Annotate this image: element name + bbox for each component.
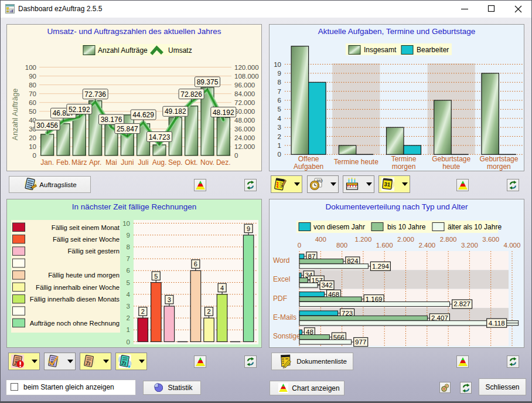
- svg-text:Fällig innerhalb einer Woche: Fällig innerhalb einer Woche: [36, 284, 120, 291]
- svg-text:80: 80: [29, 82, 36, 89]
- svg-text:3: 3: [168, 296, 171, 303]
- svg-text:Termine: Termine: [391, 155, 417, 163]
- svg-text:4: 4: [278, 115, 282, 122]
- svg-text:0: 0: [278, 151, 281, 158]
- svg-text:12.000: 12.000: [234, 143, 255, 150]
- svg-text:Fällig seit einer Woche: Fällig seit einer Woche: [53, 236, 120, 243]
- svg-text:4: 4: [127, 291, 131, 298]
- svg-text:9: 9: [127, 232, 130, 239]
- svg-text:Dez.: Dez.: [216, 158, 231, 167]
- svg-text:Fällig heute und morgen: Fällig heute und morgen: [48, 272, 120, 279]
- svg-text:5: 5: [154, 273, 158, 280]
- svg-text:10: 10: [274, 61, 281, 68]
- svg-text:Anzahl Aufträge: Anzahl Aufträge: [98, 46, 148, 55]
- svg-text:Umsatz: Umsatz: [168, 46, 192, 55]
- svg-text:90: 90: [29, 73, 36, 80]
- svg-text:9: 9: [247, 225, 250, 232]
- svg-text:50: 50: [29, 108, 36, 115]
- svg-text:100: 100: [25, 64, 36, 71]
- svg-text:14.723: 14.723: [149, 133, 170, 141]
- svg-text:Anzahl Aufträge: Anzahl Aufträge: [11, 89, 19, 140]
- svg-text:Okt.: Okt.: [185, 158, 198, 167]
- svg-text:PDF: PDF: [273, 294, 287, 303]
- svg-text:977: 977: [355, 338, 366, 346]
- svg-text:Geburtstage: Geburtstage: [432, 155, 470, 163]
- svg-text:Jan.: Jan.: [40, 158, 54, 167]
- svg-text:89.375: 89.375: [197, 78, 219, 86]
- svg-text:Fällig seit gestern: Fällig seit gestern: [67, 248, 120, 255]
- svg-text:7: 7: [278, 88, 281, 95]
- svg-text:heute: heute: [442, 162, 460, 171]
- svg-text:36.000: 36.000: [234, 126, 255, 133]
- svg-text:49.182: 49.182: [165, 107, 186, 116]
- svg-text:März: März: [71, 158, 87, 167]
- svg-text:2: 2: [127, 314, 130, 321]
- svg-text:3: 3: [127, 303, 130, 310]
- svg-text:108.000: 108.000: [234, 73, 259, 80]
- svg-text:2.827: 2.827: [453, 300, 470, 307]
- svg-text:morgen: morgen: [487, 162, 511, 171]
- svg-text:342: 342: [321, 282, 332, 289]
- svg-text:8: 8: [127, 243, 130, 250]
- svg-text:Offene: Offene: [298, 155, 319, 163]
- svg-text:6: 6: [127, 267, 130, 274]
- svg-text:800: 800: [336, 242, 347, 249]
- svg-text:72.000: 72.000: [234, 99, 255, 106]
- svg-text:21: 21: [121, 360, 127, 366]
- svg-text:Feb.: Feb.: [56, 158, 70, 167]
- svg-text:9: 9: [278, 70, 281, 77]
- svg-text:60: 60: [29, 99, 36, 106]
- svg-text:Excel: Excel: [273, 275, 290, 283]
- svg-text:Aug.: Aug.: [152, 158, 167, 167]
- svg-text:4.000: 4.000: [504, 242, 521, 249]
- svg-text:Fällig innerhalb diesen Monats: Fällig innerhalb diesen Monats: [30, 296, 120, 303]
- svg-text:In nächster Zeit fällige Rechn: In nächster Zeit fällige Rechnungen: [72, 202, 196, 211]
- svg-text:Apr.: Apr.: [89, 158, 101, 167]
- svg-text:0: 0: [234, 152, 238, 159]
- svg-text:44.629: 44.629: [132, 111, 154, 119]
- svg-text:Word: Word: [273, 256, 289, 265]
- svg-text:84.000: 84.000: [234, 90, 255, 97]
- svg-text:3.600: 3.600: [482, 236, 499, 243]
- svg-text:5: 5: [127, 279, 130, 286]
- svg-text:6: 6: [194, 260, 197, 267]
- svg-text:Dokumenteverteilung nach Typ u: Dokumenteverteilung nach Typ und Alter: [326, 202, 468, 211]
- svg-text:48.000: 48.000: [234, 117, 255, 124]
- svg-text:20: 20: [29, 134, 36, 141]
- svg-text:3.200: 3.200: [461, 242, 478, 249]
- svg-text:1.200: 1.200: [355, 236, 372, 243]
- svg-text:Bearbeiter: Bearbeiter: [417, 46, 449, 54]
- svg-text:21: 21: [85, 360, 91, 366]
- svg-text:Sep.: Sep.: [168, 158, 183, 167]
- svg-text:Nov.: Nov.: [200, 158, 214, 167]
- svg-text:1.600: 1.600: [376, 242, 393, 249]
- svg-text:älter als 10 Jahre: älter als 10 Jahre: [448, 223, 502, 231]
- svg-text:Aufgaben: Aufgaben: [294, 162, 323, 171]
- svg-text:3: 3: [278, 124, 281, 131]
- svg-text:Fällig seit einem Monat: Fällig seit einem Monat: [52, 224, 120, 231]
- svg-text:2.400: 2.400: [418, 242, 435, 249]
- svg-text:25.847: 25.847: [117, 125, 138, 133]
- svg-text:10: 10: [29, 143, 36, 150]
- svg-text:von diesem Jahr: von diesem Jahr: [313, 223, 365, 231]
- svg-text:30.456: 30.456: [36, 121, 58, 130]
- svg-text:72.736: 72.736: [84, 90, 106, 99]
- svg-text:Juli: Juli: [138, 158, 149, 167]
- svg-text:Termine heute: Termine heute: [334, 158, 378, 166]
- svg-text:70: 70: [29, 90, 36, 97]
- svg-text:2: 2: [141, 308, 145, 315]
- svg-text:72.826: 72.826: [180, 90, 202, 99]
- svg-text:38.176: 38.176: [101, 116, 122, 124]
- svg-text:bis 10 Jahre: bis 10 Jahre: [387, 223, 426, 231]
- svg-text:Aufträge noch ohne Rechnung: Aufträge noch ohne Rechnung: [30, 320, 120, 327]
- svg-text:48.192: 48.192: [213, 109, 234, 117]
- svg-text:96.000: 96.000: [234, 82, 255, 89]
- svg-text:morgen: morgen: [392, 162, 416, 171]
- svg-text:31: 31: [384, 181, 391, 188]
- svg-text:0: 0: [298, 242, 301, 249]
- svg-text:6: 6: [278, 97, 281, 104]
- svg-text:2.800: 2.800: [440, 236, 457, 243]
- svg-text:5: 5: [278, 106, 281, 113]
- svg-text:24.000: 24.000: [234, 134, 255, 141]
- svg-text:Juni: Juni: [121, 158, 134, 167]
